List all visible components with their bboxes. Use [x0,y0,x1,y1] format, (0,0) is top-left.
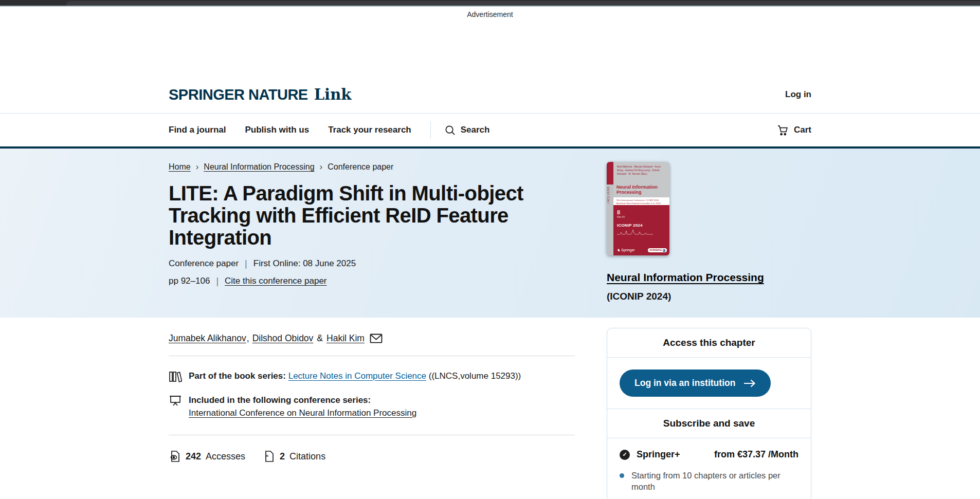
login-institution-button[interactable]: Log in via an institution [620,369,771,397]
cover-moremedia-badge: MOREMEDIA ▶ [648,248,667,252]
bullet-icon [620,473,624,478]
lncs-series-link[interactable]: Lecture Notes in Computer Science [288,371,426,381]
springer-plus-row: ✓ Springer+ from €37.37 /Month [620,449,798,460]
lncs-volume: ((LNCS,volume 15293)) [429,371,521,381]
book-subtitle: (ICONIP 2024) [607,291,811,302]
cover-bottom-panel: 8 Part VII ICONIP 2024 ♞ Springer MOREME… [613,205,669,255]
search-label: Search [461,125,490,135]
author-link[interactable]: Jumabek Alikhanov [169,333,246,344]
plan-name: Springer+ [637,449,680,460]
ad-label: Advertisement [0,10,980,19]
primary-nav: Find a journal Publish with us Track you… [0,113,980,149]
article-metrics: 242 Accesses “ 2 Citations [169,450,575,463]
breadcrumb-home[interactable]: Home [169,162,191,172]
plan-benefits-list: Starting from 10 chapters or articles pe… [620,470,798,499]
search-button[interactable]: Search [444,124,490,136]
article-meta-row: Conference paper | First Online: 08 June… [169,258,580,269]
nav-find-a-journal[interactable]: Find a journal [169,125,226,135]
breadcrumb-separator: › [196,162,199,172]
cover-publisher-logo: ♞ Springer [617,248,635,252]
book-series-row: Part of the book series: Lecture Notes i… [169,370,575,383]
login-link[interactable]: Log in [785,89,811,100]
search-icon [444,124,456,136]
subscribe-title: Subscribe and save [607,409,811,438]
cite-paper-link[interactable]: Cite this conference paper [225,276,326,286]
breadcrumb-current: Conference paper [328,162,393,172]
breadcrumb-book[interactable]: Neural Information Processing [204,162,314,172]
check-icon: ✓ [620,450,630,460]
svg-text:“: “ [266,454,269,460]
logo-link-word: Link [314,86,352,103]
cover-spine-accent [607,162,613,184]
cart-icon [776,124,789,136]
access-chapter-card: Access this chapter Log in via an instit… [607,328,811,499]
cover-series-mark: 8 Part VII [617,209,669,218]
site-header: SPRINGER NATURE Link Log in [0,76,980,113]
page-title: LITE: A Paradigm Shift in Multi-object T… [169,182,580,249]
author-link[interactable]: Hakil Kim [326,333,365,344]
logo-wordmark: SPRINGER NATURE [169,86,308,103]
book-series-icon [169,371,182,383]
browser-tab-strip [0,0,980,7]
browser-tab[interactable] [66,1,980,6]
conference-series-icon [169,395,182,407]
book-cover[interactable]: Mufti Mahmud · Maryam Doborjeh · Kevin W… [607,162,669,255]
conference-series-row: Included in the following conference ser… [169,394,575,419]
nav-divider [430,121,431,139]
arrow-right-icon [743,379,756,387]
email-icon[interactable] [370,334,383,343]
breadcrumb-separator: › [320,162,323,172]
cover-title: Neural Information Processing [613,184,669,195]
nav-track-your-research[interactable]: Track your research [328,125,411,135]
content-type: Conference paper [169,258,239,269]
cover-iconip-badge: ICONIP 2024 [617,224,669,228]
divider [169,435,575,435]
main-content: Jumabek Alikhanov, Dilshod Obidov & Haki… [0,318,980,499]
accesses-metric: 242 Accesses [169,450,245,463]
breadcrumb: Home › Neural Information Processing › C… [169,162,580,172]
author-list: Jumabek Alikhanov, Dilshod Obidov & Haki… [169,333,575,344]
article-meta-row-2: pp 92–106 | Cite this conference paper [169,276,580,287]
book-series-label: Part of the book series: [189,371,286,381]
access-card-title: Access this chapter [607,328,811,357]
page-range: pp 92–106 [169,276,210,286]
nav-publish-with-us[interactable]: Publish with us [245,125,309,135]
citations-icon: “ [263,450,275,463]
accesses-icon [169,450,181,463]
play-icon: ▶ [663,249,665,252]
cover-spine-label: LNCS 15293 [607,187,613,204]
first-online-date: First Online: 08 June 2025 [253,258,356,269]
book-title-link[interactable]: Neural Information Processing [607,271,764,284]
conference-series-link[interactable]: International Conference on Neural Infor… [189,408,416,418]
plan-price: from €37.37 /Month [714,449,798,460]
cover-editors: Mufti Mahmud · Maryam Doborjeh · Kevin W… [613,162,669,176]
article-hero: Home › Neural Information Processing › C… [0,149,980,318]
springer-nature-link-logo[interactable]: SPRINGER NATURE Link [169,86,351,103]
divider [169,356,575,356]
ad-banner-area: Advertisement [0,7,980,76]
citations-metric: “ 2 Citations [263,450,325,463]
author-link[interactable]: Dilshod Obidov [252,333,314,344]
conference-series-label: Included in the following conference ser… [189,395,371,405]
cart-label: Cart [794,125,811,135]
plan-benefit-item: Starting from 10 chapters or articles pe… [620,470,798,493]
cart-button[interactable]: Cart [776,124,811,136]
cover-skyline-art [617,229,653,235]
